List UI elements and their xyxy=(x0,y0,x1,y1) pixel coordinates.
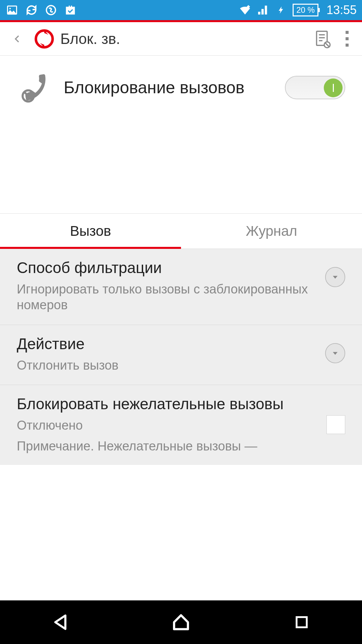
setting-title: Действие xyxy=(17,335,317,353)
setting-title: Блокировать нежелательные вызовы xyxy=(17,395,318,413)
snapdragon-icon xyxy=(44,3,58,17)
app-bar: Блок. зв. xyxy=(0,22,362,56)
sync-icon xyxy=(25,3,38,17)
setting-action[interactable]: Действие Отклонить вызов xyxy=(0,325,362,385)
tab-label: Вызов xyxy=(70,223,111,239)
call-blocking-toggle[interactable] xyxy=(285,76,345,99)
svg-point-1 xyxy=(9,8,11,9)
feature-panel: Блокирование вызовов xyxy=(0,56,362,119)
toggle-knob xyxy=(324,78,343,97)
setting-block-unwanted[interactable]: Блокировать нежелательные вызовы Отключе… xyxy=(0,385,362,465)
wifi-icon xyxy=(238,3,252,17)
more-menu-button[interactable] xyxy=(339,31,355,47)
tab-label: Журнал xyxy=(246,223,297,239)
chevron-down-icon xyxy=(325,267,345,287)
settings-list: Способ фильтрации Игнорировать только вы… xyxy=(0,249,362,465)
status-bar: 20 % 13:55 xyxy=(0,0,362,20)
app-logo-icon xyxy=(34,28,55,50)
tab-log[interactable]: Журнал xyxy=(181,214,362,249)
setting-value: Отклонить вызов xyxy=(17,358,317,374)
tab-calls[interactable]: Вызов xyxy=(0,214,181,249)
nav-recent-button[interactable] xyxy=(288,609,315,636)
setting-value: Игнорировать только вызовы с заблокирова… xyxy=(17,281,317,313)
signal-icon xyxy=(256,3,270,17)
blocklist-button[interactable] xyxy=(312,28,333,50)
battery-indicator: 20 % xyxy=(293,4,318,16)
battery-percent: 20 % xyxy=(296,5,315,15)
feature-label: Блокирование вызовов xyxy=(64,77,275,98)
block-unwanted-checkbox[interactable] xyxy=(326,415,345,434)
back-button[interactable] xyxy=(7,28,28,50)
tabs: Вызов Журнал xyxy=(0,213,362,249)
setting-title: Способ фильтрации xyxy=(17,259,317,277)
briefcase-check-icon xyxy=(64,3,77,17)
setting-filter-method[interactable]: Способ фильтрации Игнорировать только вы… xyxy=(0,249,362,325)
nav-back-button[interactable] xyxy=(47,609,74,636)
svg-rect-12 xyxy=(297,617,307,627)
chevron-down-icon xyxy=(325,343,345,363)
page-title: Блок. зв. xyxy=(60,31,306,47)
nav-home-button[interactable] xyxy=(168,609,194,636)
charging-icon xyxy=(275,3,288,17)
clock: 13:55 xyxy=(326,3,357,17)
setting-note: Примечание. Нежелательные вызовы — xyxy=(17,439,318,453)
setting-value: Отключено xyxy=(17,418,318,434)
gallery-icon xyxy=(5,3,19,17)
spacer xyxy=(0,119,362,213)
phone-block-icon xyxy=(17,69,54,106)
navigation-bar xyxy=(0,600,362,644)
